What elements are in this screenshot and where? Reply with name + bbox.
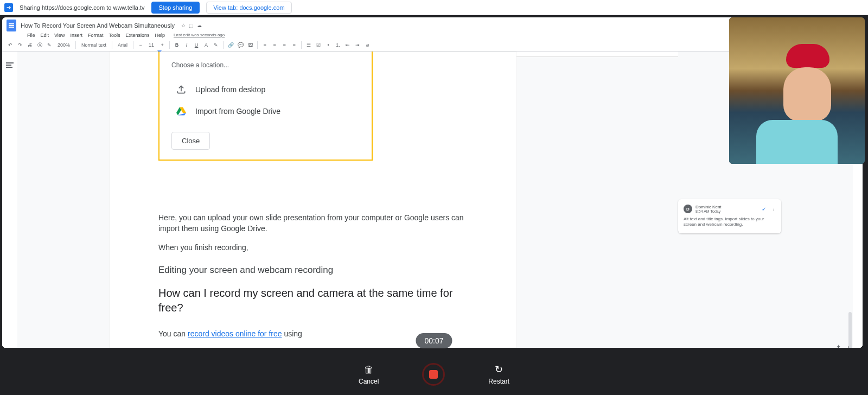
text-color-icon[interactable]: A — [202, 41, 210, 49]
text-span: using — [282, 329, 302, 338]
menu-view[interactable]: View — [54, 33, 65, 38]
menu-help[interactable]: Help — [155, 33, 165, 38]
text-span: You can — [158, 329, 188, 338]
import-from-drive-option[interactable]: Import from Google Drive — [171, 100, 360, 122]
spellcheck-icon[interactable]: Ⓐ — [36, 41, 43, 49]
font-size-plus[interactable]: + — [158, 41, 166, 49]
zoom-select[interactable]: 200% — [55, 42, 72, 48]
comment-icon[interactable]: 💬 — [237, 41, 244, 49]
menu-format[interactable]: Format — [88, 33, 104, 38]
restart-icon: ↻ — [495, 364, 503, 375]
redo-icon[interactable]: ↷ — [16, 41, 24, 49]
dialog-label: Choose a location... — [171, 61, 360, 69]
menu-edit[interactable]: Edit — [41, 33, 49, 38]
trash-icon: 🗑 — [364, 364, 374, 375]
recording-timer: 00:07 — [416, 333, 452, 348]
explore-icon[interactable]: ✦ — [836, 343, 841, 348]
screen-share-bar: ➔ Sharing https://docs.google.com to www… — [0, 0, 868, 15]
webcam-video — [729, 17, 865, 164]
document-page[interactable]: Choose a location... Upload from desktop… — [110, 52, 516, 348]
paragraph[interactable]: Here, you can upload your own slide pres… — [158, 212, 468, 234]
share-icon: ➔ — [4, 3, 13, 12]
upload-from-desktop-option[interactable]: Upload from desktop — [171, 79, 360, 100]
explore-area: ✦ › — [836, 343, 850, 348]
last-edit-text[interactable]: Last edit was seconds ago — [174, 33, 225, 38]
inline-link[interactable]: record videos online for free — [188, 329, 282, 338]
separator — [169, 41, 170, 49]
image-icon[interactable]: 🖼 — [246, 41, 254, 49]
stop-icon — [429, 370, 438, 379]
insert-slides-dialog: Choose a location... Upload from desktop… — [158, 52, 373, 161]
highlight-icon[interactable]: ✎ — [212, 41, 220, 49]
heading-3[interactable]: Editing your screen and webcam recording — [158, 264, 468, 277]
align-right-icon[interactable]: ≡ — [280, 41, 288, 49]
format-paint-icon[interactable]: ✎ — [46, 41, 53, 49]
print-icon[interactable]: 🖨 — [26, 41, 34, 49]
left-gutter — [2, 52, 17, 348]
italic-icon[interactable]: I — [183, 41, 190, 49]
indent-less-icon[interactable]: ⇤ — [344, 41, 352, 49]
cancel-button[interactable]: 🗑 Cancel — [359, 364, 379, 385]
link-icon[interactable]: 🔗 — [227, 41, 234, 49]
clear-format-icon[interactable]: ⌀ — [363, 41, 371, 49]
outline-toggle-icon[interactable] — [6, 62, 14, 69]
resolve-comment-icon[interactable]: ✓ — [762, 206, 766, 212]
recording-controls: 🗑 Cancel ↻ Restart — [0, 354, 868, 395]
heading-2[interactable]: How can I record my screen and camera at… — [158, 286, 468, 315]
import-label: Import from Google Drive — [195, 107, 280, 116]
move-icon[interactable]: ⬚ — [189, 23, 194, 28]
document-title[interactable]: How To Record Your Screen And Webcam Sim… — [21, 22, 175, 29]
menu-insert[interactable]: Insert — [70, 33, 82, 38]
document-body[interactable]: Here, you can upload your own slide pres… — [110, 212, 516, 339]
restart-button[interactable]: ↻ Restart — [488, 364, 509, 385]
style-select[interactable]: Normal text — [79, 42, 108, 48]
title-action-icons: ☆ ⬚ ☁ — [181, 23, 202, 28]
google-drive-icon — [176, 106, 187, 117]
comment-author: Dominic Kent — [695, 205, 722, 209]
share-status-text: Sharing https://docs.google.com to www.t… — [20, 4, 145, 11]
comment-card[interactable]: D Dominic Kent 8:54 AM Today ✓ ⋮ Alt tex… — [678, 199, 781, 233]
align-left-icon[interactable]: ≡ — [261, 41, 269, 49]
checklist-icon[interactable]: ☑ — [315, 41, 322, 49]
star-icon[interactable]: ☆ — [181, 23, 186, 28]
view-tab-button[interactable]: View tab: docs.google.com — [206, 2, 291, 14]
paragraph[interactable]: When you finish recording, — [158, 242, 468, 253]
separator — [112, 41, 112, 49]
separator — [75, 41, 76, 49]
menu-extensions[interactable]: Extensions — [125, 33, 149, 38]
comment-body: Alt text and title tags. Import slides t… — [684, 216, 776, 228]
font-size-minus[interactable]: − — [137, 41, 144, 49]
font-size[interactable]: 11 — [146, 42, 156, 48]
font-select[interactable]: Arial — [116, 42, 130, 48]
close-button[interactable]: Close — [171, 132, 210, 150]
stop-sharing-button[interactable]: Stop sharing — [151, 2, 200, 14]
docs-logo-icon[interactable] — [7, 20, 16, 31]
numbered-list-icon[interactable]: 1. — [334, 41, 342, 49]
undo-icon[interactable]: ↶ — [7, 41, 14, 49]
menu-file[interactable]: File — [27, 33, 35, 38]
cloud-icon[interactable]: ☁ — [197, 23, 202, 28]
cancel-label: Cancel — [359, 378, 379, 385]
scrollbar[interactable] — [848, 312, 852, 348]
comment-header: D Dominic Kent 8:54 AM Today ✓ ⋮ — [684, 205, 776, 213]
separator — [257, 41, 258, 49]
bullet-list-icon[interactable]: • — [324, 41, 332, 49]
separator — [223, 41, 224, 49]
line-spacing-icon[interactable]: ☰ — [305, 41, 312, 49]
align-justify-icon[interactable]: ≡ — [290, 41, 298, 49]
restart-label: Restart — [488, 378, 509, 385]
upload-icon — [176, 84, 187, 95]
align-center-icon[interactable]: ≡ — [271, 41, 278, 49]
comment-menu-icon[interactable]: ⋮ — [771, 207, 776, 212]
bold-icon[interactable]: B — [173, 41, 181, 49]
comment-timestamp: 8:54 AM Today — [695, 209, 722, 213]
upload-label: Upload from desktop — [195, 85, 265, 94]
chevron-right-icon[interactable]: › — [847, 343, 850, 348]
comment-avatar: D — [684, 205, 692, 213]
stop-recording-button[interactable] — [422, 363, 445, 386]
separator — [133, 41, 133, 49]
webcam-feed[interactable] — [729, 17, 865, 164]
menu-tools[interactable]: Tools — [108, 33, 120, 38]
underline-icon[interactable]: U — [193, 41, 200, 49]
indent-more-icon[interactable]: ⇥ — [354, 41, 361, 49]
